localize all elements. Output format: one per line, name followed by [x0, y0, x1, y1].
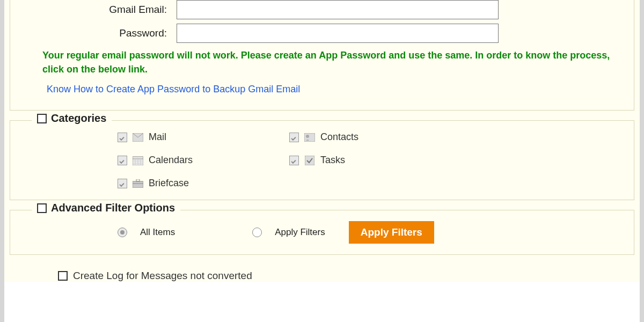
svg-rect-10 [305, 156, 314, 165]
calendars-checkbox[interactable] [118, 156, 127, 165]
advanced-options-row: All Items Apply Filters Apply Filters [118, 221, 619, 244]
email-row: Gmail Email: [42, 0, 619, 19]
apply-filters-radio[interactable] [252, 228, 262, 237]
briefcase-label: Briefcase [149, 178, 189, 189]
category-contacts: Contacts [289, 131, 461, 143]
categories-section: Categories Mail Contacts [10, 120, 634, 200]
briefcase-checkbox[interactable] [118, 179, 127, 188]
create-log-checkbox[interactable] [58, 271, 68, 281]
categories-master-checkbox[interactable] [37, 114, 47, 123]
advanced-master-checkbox[interactable] [37, 203, 47, 213]
all-items-label: All Items [140, 227, 175, 238]
create-log-label: Create Log for Messages not converted [73, 270, 252, 282]
svg-rect-11 [133, 181, 143, 188]
categories-title: Categories [51, 112, 106, 125]
apply-filters-button[interactable]: Apply Filters [349, 221, 434, 244]
mail-checkbox[interactable] [118, 133, 127, 142]
advanced-title: Advanced Filter Options [51, 202, 175, 214]
contacts-label: Contacts [320, 131, 358, 143]
contacts-icon [304, 132, 315, 143]
app-password-help-link[interactable]: Know How to Create App Password to Backu… [47, 84, 300, 95]
contacts-checkbox[interactable] [289, 133, 299, 142]
mail-icon [133, 132, 143, 143]
password-input[interactable] [177, 24, 499, 43]
categories-title-row: Categories [32, 112, 112, 125]
credentials-group: Gmail Email: Password: Your regular emai… [10, 0, 634, 111]
tasks-checkbox[interactable] [289, 156, 299, 165]
tasks-label: Tasks [320, 155, 345, 166]
email-input[interactable] [177, 0, 499, 19]
calendars-label: Calendars [149, 155, 193, 166]
svg-rect-12 [136, 179, 140, 181]
advanced-filter-section: Advanced Filter Options All Items Apply … [10, 210, 634, 255]
calendar-icon [133, 155, 143, 166]
category-calendars: Calendars [118, 155, 289, 166]
apply-filters-radio-label: Apply Filters [275, 227, 325, 238]
email-label: Gmail Email: [42, 4, 177, 16]
password-label: Password: [42, 27, 177, 39]
svg-rect-1 [304, 133, 315, 142]
create-log-row: Create Log for Messages not converted [58, 270, 634, 282]
password-row: Password: [42, 24, 619, 43]
advanced-title-row: Advanced Filter Options [32, 202, 180, 214]
svg-point-2 [306, 135, 309, 138]
all-items-radio[interactable] [118, 228, 127, 237]
categories-grid: Mail Contacts Calendars [118, 131, 619, 189]
category-briefcase: Briefcase [118, 178, 289, 189]
password-hint: Your regular email password will not wor… [42, 48, 619, 76]
mail-label: Mail [149, 131, 166, 143]
category-tasks: Tasks [289, 155, 461, 166]
tasks-icon [304, 155, 315, 166]
category-mail: Mail [118, 131, 289, 143]
briefcase-icon [133, 178, 143, 189]
